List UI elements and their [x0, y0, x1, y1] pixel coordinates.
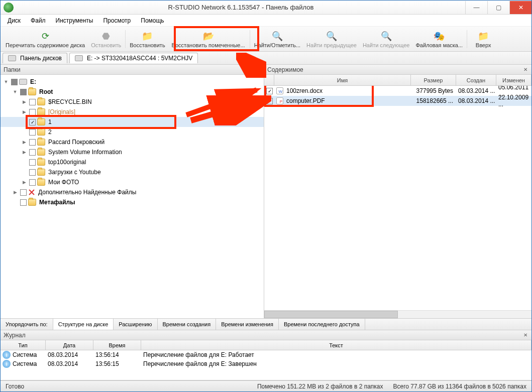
tab-disk-panel[interactable]: Панель дисков: [3, 53, 67, 63]
checkbox[interactable]: [29, 119, 36, 125]
stop-icon: ⬣: [100, 30, 112, 42]
tree-label[interactable]: Root: [38, 88, 53, 95]
checkbox[interactable]: [29, 149, 36, 156]
up-button[interactable]: 📁 Вверх: [468, 27, 498, 51]
expand-icon[interactable]: ▶: [21, 150, 28, 155]
expand-icon[interactable]: ▶: [21, 109, 28, 114]
tree-label[interactable]: System Volume Information: [47, 149, 122, 156]
sort-by-label: Упорядочить по:: [1, 319, 53, 330]
checkbox[interactable]: [11, 79, 18, 85]
tree-label[interactable]: E:: [29, 78, 36, 85]
sort-ext[interactable]: Расширению: [114, 319, 157, 330]
close-pane-icon[interactable]: ✕: [522, 332, 528, 338]
tree-label[interactable]: Paccard Покровский: [47, 139, 104, 146]
expand-icon[interactable]: ▶: [21, 140, 28, 145]
menu-disk[interactable]: Диск: [4, 16, 25, 25]
tree-label[interactable]: 2: [47, 128, 52, 136]
folder-icon: [37, 128, 45, 136]
folder-up-icon: 📁: [477, 30, 489, 42]
file-name[interactable]: computer.PDF: [285, 97, 411, 104]
find-next-button[interactable]: 🔍 Найти следующее: [360, 27, 413, 51]
horizontal-scrollbar[interactable]: [264, 310, 531, 318]
sort-ctime[interactable]: Времени создания: [158, 319, 217, 330]
menu-file[interactable]: Файл: [27, 16, 50, 25]
close-pane-icon[interactable]: ✕: [255, 67, 261, 72]
col-name[interactable]: Имя: [274, 75, 411, 85]
binoculars-icon: 🔍: [271, 30, 283, 42]
expand-icon[interactable]: ▼: [12, 89, 19, 94]
col-created[interactable]: Создан: [456, 75, 496, 85]
find-mark-button[interactable]: 🔍 Найти/Отметить...: [251, 27, 303, 51]
checkbox[interactable]: [20, 89, 27, 95]
tab-drive-e[interactable]: E: -> ST3320418ASCC44 : 5VM2CHJV: [69, 53, 198, 63]
find-prev-button[interactable]: 🔍 Найти предыдущее: [303, 27, 360, 51]
extra-files-icon: [28, 189, 35, 196]
tree-label[interactable]: Загрузки с Youtube: [47, 169, 101, 176]
expand-icon[interactable]: ▶: [12, 190, 19, 195]
tree-label[interactable]: top100original: [47, 159, 86, 166]
checkbox[interactable]: [29, 109, 36, 115]
checkbox[interactable]: [29, 139, 36, 146]
file-modified: 22.10.2009 ...: [496, 94, 531, 108]
checkbox[interactable]: [266, 88, 273, 94]
sort-atime[interactable]: Времени последнего доступа: [279, 319, 365, 330]
tree-label[interactable]: 1: [47, 118, 52, 125]
tree-label[interactable]: Мои ФОТО: [47, 179, 79, 186]
reread-button[interactable]: ⟳ Перечитать содержимое диска: [3, 27, 88, 51]
col-size[interactable]: Размер: [411, 75, 456, 85]
log-row[interactable]: i Система 08.03.2014 13:56:15 Перечислен…: [1, 359, 531, 368]
checkbox[interactable]: [20, 189, 27, 196]
sort-structure[interactable]: Структуре на диске: [53, 319, 114, 330]
tab-strip: Панель дисков E: -> ST3320418ASCC44 : 5V…: [1, 52, 531, 65]
log-col-date[interactable]: Дата: [46, 340, 93, 350]
log-col-type[interactable]: Тип: [1, 340, 46, 350]
folder-icon: [37, 159, 45, 166]
stop-button[interactable]: ⬣ Остановить: [88, 27, 124, 51]
file-mask-button[interactable]: 🎭 Файловая маска...: [413, 27, 466, 51]
log-text: Перечисление файлов для E: Завершен: [143, 360, 531, 367]
folder-icon: [37, 98, 45, 105]
log-col-time[interactable]: Время: [93, 340, 141, 350]
expand-icon[interactable]: ▶: [21, 180, 28, 185]
status-ready: Готово: [1, 383, 29, 390]
file-list[interactable]: 100zren.docx 377995 Bytes 08.03.2014 ...…: [264, 86, 531, 310]
maximize-button[interactable]: ▢: [487, 1, 509, 14]
sort-mtime[interactable]: Времени изменения: [216, 319, 279, 330]
checkbox[interactable]: [29, 129, 36, 136]
col-modified[interactable]: Изменен: [496, 75, 531, 85]
log-time: 13:56:14: [95, 351, 143, 358]
menu-help[interactable]: Помощь: [137, 16, 168, 25]
drive-icon: [19, 79, 27, 85]
expand-icon[interactable]: ▼: [3, 79, 10, 84]
tree-label[interactable]: $RECYCLE.BIN: [47, 98, 92, 105]
file-row[interactable]: 100zren.docx 377995 Bytes 08.03.2014 ...…: [264, 86, 531, 96]
log-col-text[interactable]: Текст: [141, 340, 531, 350]
close-button[interactable]: ✕: [509, 1, 531, 14]
menu-view[interactable]: Просмотр: [99, 16, 135, 25]
expand-icon[interactable]: ▶: [21, 99, 28, 104]
folder-tree[interactable]: ▼ E: ▼ Root ▶ $RECYCLE.BIN ▶ [: [1, 75, 264, 318]
checkbox[interactable]: [29, 159, 36, 166]
file-size: 158182665 ...: [411, 97, 456, 104]
checkbox[interactable]: [29, 179, 36, 186]
file-icon: [276, 97, 283, 104]
recover-marked-button[interactable]: 📂 Восстановить помеченные...: [168, 27, 249, 51]
tree-label[interactable]: Дополнительно Найденные Файлы: [37, 189, 136, 196]
checkbox[interactable]: [266, 98, 273, 104]
checkbox[interactable]: [29, 169, 36, 176]
tree-label[interactable]: Метафайлы: [38, 199, 75, 206]
menu-tools[interactable]: Инструменты: [52, 16, 97, 25]
file-name[interactable]: 100zren.docx: [285, 87, 411, 94]
recover-button[interactable]: 📁 Восстановить: [127, 27, 168, 51]
checkbox[interactable]: [20, 199, 27, 206]
info-icon: i: [3, 360, 11, 368]
minimize-button[interactable]: —: [465, 1, 487, 14]
checkbox[interactable]: [29, 99, 36, 105]
tree-label[interactable]: [Originals]: [47, 108, 75, 115]
drive-icon: [75, 55, 83, 61]
log-row[interactable]: i Система 08.03.2014 13:56:14 Перечислен…: [1, 350, 531, 359]
close-pane-icon[interactable]: ✕: [522, 67, 528, 72]
folder-plus-icon: 📁: [141, 30, 153, 42]
file-row[interactable]: computer.PDF 158182665 ... 08.03.2014 ..…: [264, 96, 531, 106]
folder-icon: [37, 139, 45, 146]
